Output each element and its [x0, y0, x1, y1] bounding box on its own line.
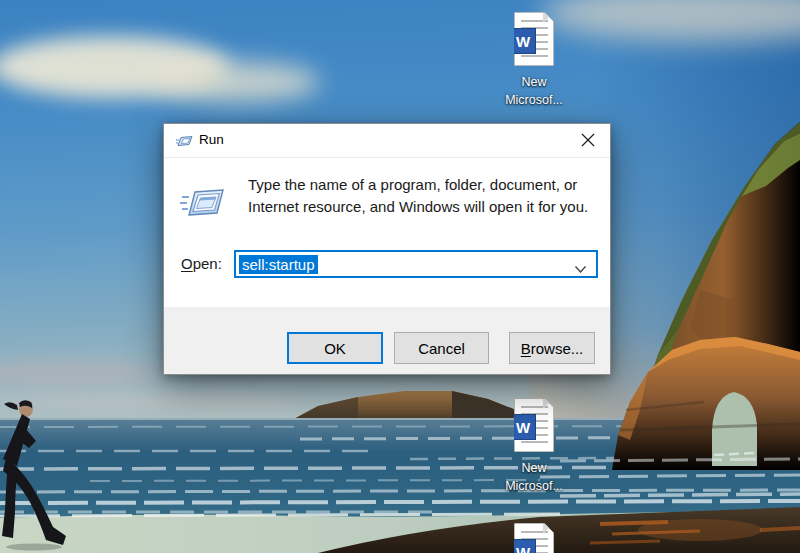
- dialog-description: Type the name of a program, folder, docu…: [248, 174, 588, 218]
- open-label: Open:: [181, 255, 222, 272]
- desktop-icon-word-1[interactable]: W New Microsof...: [504, 12, 564, 109]
- windows-desktop: W New Microsof... W New Microsof... W: [0, 0, 800, 553]
- word-w-badge: W: [510, 539, 536, 553]
- dialog-title: Run: [199, 132, 224, 147]
- dialog-body: Type the name of a program, folder, docu…: [164, 158, 610, 309]
- word-w-badge: W: [510, 28, 536, 54]
- dialog-titlebar[interactable]: Run: [164, 124, 610, 158]
- ok-button[interactable]: OK: [287, 332, 383, 364]
- run-dialog: Run: [163, 123, 611, 375]
- cancel-button[interactable]: Cancel: [394, 332, 489, 364]
- dialog-footer: OK Cancel Browse...: [164, 307, 610, 374]
- desktop-icon-word-3-partial[interactable]: W: [504, 523, 564, 553]
- open-input-value[interactable]: sell:startup: [239, 255, 318, 274]
- close-button[interactable]: [565, 124, 610, 156]
- arch-rock: [612, 337, 800, 470]
- run-small-icon: [176, 133, 194, 152]
- close-icon: [581, 133, 595, 147]
- icon-label: New Microsof...: [504, 459, 564, 495]
- word-w-badge: W: [510, 414, 536, 440]
- chevron-down-icon[interactable]: [574, 260, 587, 278]
- background-headland: [292, 391, 530, 420]
- word-document-icon: W: [514, 398, 554, 452]
- word-document-icon: W: [514, 12, 554, 66]
- word-document-icon: W: [514, 523, 554, 553]
- icon-label: New Microsof...: [504, 73, 564, 109]
- browse-button[interactable]: Browse...: [509, 332, 595, 364]
- desktop-icon-word-2[interactable]: W New Microsof...: [504, 398, 564, 495]
- run-icon: [180, 180, 228, 226]
- open-combobox[interactable]: sell:startup: [234, 250, 598, 278]
